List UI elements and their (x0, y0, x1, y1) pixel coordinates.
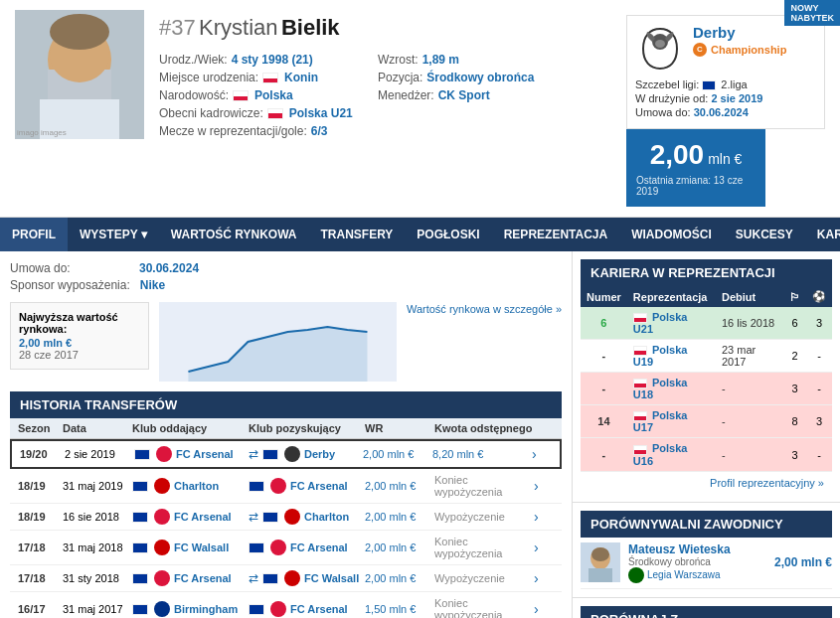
career-team[interactable]: Polska U21 (627, 307, 716, 340)
row-arrow[interactable]: › (534, 509, 554, 525)
row-arrow[interactable]: › (534, 601, 554, 617)
sp-name[interactable]: Mateusz Wieteska (628, 542, 766, 556)
contract-label: Umowa do: (10, 261, 129, 275)
to-club: ⇄ FC Walsall (249, 570, 365, 586)
from-club-link[interactable]: FC Arsenal (176, 448, 234, 460)
nav-wystepy[interactable]: WYSTEPY ▾ (68, 218, 159, 251)
from-club: Birmingham (132, 601, 249, 617)
loan-icon: ⇄ (249, 510, 258, 524)
profile-link[interactable]: Profil reprezentacyjny » (581, 472, 832, 494)
national-value: Polska U21 (289, 106, 353, 120)
from-club-link[interactable]: Birmingham (174, 603, 238, 615)
from-club: FC Arsenal (132, 570, 249, 586)
th-season: Sezon (18, 422, 63, 434)
from-club-link[interactable]: FC Arsenal (174, 511, 232, 523)
from-club-link[interactable]: Charlton (174, 480, 219, 492)
th-wr: WR (365, 422, 434, 434)
to-club-link[interactable]: FC Arsenal (290, 480, 348, 492)
transfer-history-title: HISTORIA TRANSFERÓW (10, 391, 562, 418)
to-club-link[interactable]: Derby (304, 448, 335, 460)
nav-wartosc[interactable]: WARTOŚĆ RYNKOWA (159, 218, 309, 251)
club-info-box: Derby C Championship Szczebel ligi: 2.li… (626, 15, 825, 129)
birth-value: Konin (284, 71, 318, 84)
from-club-icon (154, 601, 170, 617)
to-club: ⇄ Charlton (249, 509, 365, 525)
to-club-link[interactable]: FC Arsenal (290, 603, 348, 615)
from-club-link[interactable]: FC Walsall (174, 541, 229, 553)
career-row: - Polska U18 - 3 - (581, 373, 832, 405)
row-arrow[interactable]: › (534, 478, 554, 494)
loan-icon: ⇄ (249, 571, 258, 585)
svg-point-13 (591, 547, 609, 561)
wr-value: 2,00 mln € (365, 572, 434, 584)
career-team[interactable]: Polska U16 (627, 438, 716, 471)
sp-value: 2,00 mln € (774, 555, 832, 569)
career-team[interactable]: Polska U17 (627, 405, 716, 438)
sponsor-value: Nike (140, 278, 165, 292)
player-first-name: Krystian (199, 15, 277, 40)
career-team[interactable]: Polska U18 (627, 373, 716, 405)
from-club-link[interactable]: FC Arsenal (174, 572, 232, 584)
right-panel: KARIERA W REPREZENTACJI Numer Reprezenta… (572, 251, 840, 618)
nav-profil[interactable]: PROFIL (0, 218, 68, 251)
row-arrow[interactable]: › (532, 446, 552, 462)
career-th-team: Reprezentacja (627, 286, 716, 307)
table-row: 18/19 16 sie 2018 FC Arsenal ⇄ Charlton … (10, 504, 562, 531)
career-debut: 16 lis 2018 (716, 307, 783, 340)
mv-note: Ostatnia zmiana: 13 cze 2019 (636, 175, 756, 197)
nav-sukcesy[interactable]: SUKCESY (724, 218, 805, 251)
svg-rect-12 (588, 568, 612, 582)
to-club-link[interactable]: Charlton (304, 511, 349, 523)
fee-value: Wypożyczenie (434, 511, 534, 523)
row-arrow[interactable]: › (534, 540, 554, 555)
mv-amount: 2,00 (650, 139, 705, 171)
row-arrow[interactable]: › (534, 570, 554, 586)
th-to: Klub pozyskujący (249, 422, 365, 434)
transfer-table-header: Sezon Data Klub oddający Klub pozyskując… (10, 418, 562, 439)
navigation: PROFIL WYSTEPY ▾ WARTOŚĆ RYNKOWA TRANSFE… (0, 218, 840, 251)
mv-snippet-value: 2,00 mln € (19, 337, 140, 349)
sp-club[interactable]: Legia Warszawa (647, 569, 721, 580)
mv-detail-link[interactable]: Wartość rynkowa w szczegółe » (407, 303, 562, 315)
national-label: Obecni kadrowicze: (159, 106, 263, 120)
nav-transfery[interactable]: TRANSFERY (308, 218, 405, 251)
manager-label: Menedżer: (378, 88, 434, 102)
career-num: 14 (581, 405, 627, 438)
career-team[interactable]: Polska U19 (627, 340, 716, 373)
career-row: - Polska U16 - 3 - (581, 438, 832, 471)
career-debut: - (716, 405, 783, 438)
from-club: FC Walsall (132, 540, 249, 555)
nav-pogłoski[interactable]: POGŁOSKI (405, 218, 491, 251)
career-th-debut: Debiut (716, 286, 783, 307)
contract-info: Umowa do: 30.06.2024 Sponsor wyposażenia… (10, 261, 562, 292)
wr-value: 1,50 mln € (365, 603, 434, 615)
nav-reprezentacja[interactable]: REPREZENTACJA (492, 218, 619, 251)
club-name[interactable]: Derby (693, 24, 786, 41)
table-row: 17/18 31 maj 2018 FC Walsall FC Arsenal … (10, 531, 562, 565)
career-debut: - (716, 373, 783, 405)
wr-value: 2,00 mln € (365, 480, 434, 492)
from-club: FC Arsenal (132, 509, 249, 525)
svg-point-4 (50, 14, 109, 50)
career-goals: - (806, 438, 832, 471)
position-value: Środkowy obrońca (426, 71, 534, 84)
club-details: Szczebel ligi: 2.liga W drużynie od: 2 s… (635, 78, 816, 118)
from-club-icon (154, 509, 170, 525)
table-row: 19/20 2 sie 2019 FC Arsenal ⇄ Derby 2,00… (10, 439, 562, 469)
transfer-rows: 19/20 2 sie 2019 FC Arsenal ⇄ Derby 2,00… (10, 439, 562, 618)
to-club-link[interactable]: FC Walsall (304, 572, 359, 584)
to-club-link[interactable]: FC Arsenal (290, 541, 348, 553)
from-club: Charlton (132, 478, 249, 494)
player-photo: imago images (15, 10, 144, 139)
transfer-date: 31 maj 2017 (63, 603, 132, 615)
comparable-title: PORÓWNYWALNI ZAWODNICY (581, 511, 832, 538)
from-club-icon (154, 540, 170, 555)
height-value: 1,89 m (422, 53, 459, 67)
career-debut: - (716, 438, 783, 471)
to-club: ⇄ Derby (249, 446, 363, 462)
nav-kariera[interactable]: KARIERA ▾ (805, 218, 840, 251)
left-panel: Umowa do: 30.06.2024 Sponsor wyposażenia… (0, 251, 572, 618)
nav-wiadomosci[interactable]: WIADOMOŚCI (619, 218, 724, 251)
season: 18/19 (18, 480, 63, 492)
season: 16/17 (18, 603, 63, 615)
